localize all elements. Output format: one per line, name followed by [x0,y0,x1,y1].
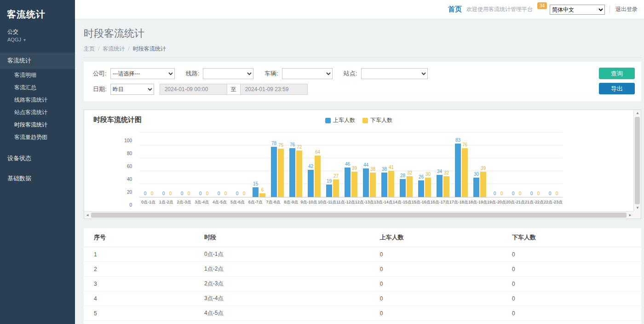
bar-value-label: 0 [494,191,496,196]
breadcrumb: 主页/客流统计/时段客流统计 [84,45,641,53]
table-cell: 0 [507,262,641,277]
x-tick-label: 0点-1点 [139,199,157,205]
table-row: 10点-1点00 [84,247,641,262]
chart-header: 时段车流统计图 上车人数下车人数 [93,116,624,126]
sidebar-section-passenger-flow-stats[interactable]: 客流统计 [0,52,75,69]
logout-link[interactable]: 退出登录 [610,6,638,13]
station-select[interactable] [361,68,428,79]
breadcrumb-item[interactable]: 客流统计 [103,46,125,52]
bar-group: 00 [489,133,507,197]
table-cell: 4点-5点 [200,306,375,321]
bar-alighting [351,172,357,197]
date-range-group: 至 [160,84,308,95]
bar-value-label: 0 [169,191,172,196]
vehicle-label: 车辆: [264,69,278,78]
bar-wrap-boarding: 83 [455,133,461,197]
table-cell: 2点-3点 [200,277,375,291]
bar-group: 4639 [342,133,360,197]
table-cell: 0 [375,291,507,306]
bar-wrap-alighting: 0 [535,133,541,197]
bar-wrap-boarding: 0 [216,133,222,197]
breadcrumb-separator: / [98,46,99,52]
export-button[interactable]: 导出 [599,83,635,94]
date-from-input[interactable] [160,84,227,95]
legend-item-boarding[interactable]: 上车人数 [325,116,355,124]
bar-wrap-boarding: 76 [289,133,295,197]
x-tick-label: 4点-5点 [211,199,229,205]
sidebar-item-station-flow-stats[interactable]: 站点客流统计 [0,106,75,119]
chevron-down-icon: ▾ [23,37,26,42]
legend-swatch-alighting [362,118,368,123]
route-label: 线路: [186,69,200,78]
scroll-up-icon[interactable]: ▲ [634,110,641,116]
notification-badge[interactable]: 34 [537,2,547,9]
route-field: 线路: [186,68,254,79]
sidebar-section-base-data[interactable]: 基础数据 [0,170,75,187]
bar-value-label: 46 [345,162,350,167]
sidebar-item-flow-summary[interactable]: 客流汇总 [0,81,75,94]
date-to-input[interactable] [240,84,308,95]
horizontal-scrollbar[interactable]: ◄ ► [84,211,633,219]
bar-alighting [259,193,265,197]
vertical-scrollbar[interactable]: ▲ ▼ [633,110,641,211]
org-label: 公交 [0,23,75,36]
bar-wrap-alighting: 39 [480,133,486,197]
bar-group: 8376 [452,133,471,197]
sidebar-item-period-flow-stats[interactable]: 时段客流统计 [0,119,75,131]
bar-wrap-boarding: 0 [492,133,498,197]
bar-value-label: 41 [389,165,394,170]
y-axis: 020406080100 [112,140,136,205]
station-field: 站点: [344,68,428,79]
bar-wrap-boarding: 0 [547,133,553,197]
legend-swatch-boarding [325,118,331,123]
bar-boarding [271,147,277,197]
bar-wrap-alighting: 0 [223,133,229,197]
scroll-left-icon[interactable]: ◄ [84,212,91,219]
legend-label: 上车人数 [333,116,355,124]
language-select[interactable]: 简体中文 [550,5,605,15]
main-area: 首页 欢迎使用客流统计管理平台 34 简体中文 退出登录 时段客流统计 主页/客… [75,0,644,324]
x-tick-label: 13点-14点 [374,199,393,205]
company-select[interactable]: ---请选择--- [110,68,175,79]
sidebar-item-flow-trend-chart[interactable]: 客流量趋势图 [0,131,75,144]
filter-row-selects: 公司: ---请选择--- 线路: 车辆: 站点: [93,68,632,79]
x-tick-label: 6点-7点 [247,199,264,205]
bar-value-label: 0 [500,191,503,196]
table-cell: 5 [84,306,200,321]
sidebar-item-flow-detail[interactable]: 客流明细 [0,69,75,81]
page-title: 时段客流统计 [84,27,641,40]
scroll-right-icon[interactable]: ► [627,212,633,219]
bar-group: 00 [213,133,231,197]
breadcrumb-item[interactable]: 主页 [84,46,95,52]
company-label: 公司: [93,69,107,78]
x-tick-label: 14点-15点 [393,199,412,205]
vehicle-select[interactable] [282,68,333,79]
bar-group: 7875 [268,133,287,197]
column-header: 序号 [84,228,200,247]
bar-alighting [443,176,449,197]
bar-group: 00 [526,133,544,197]
table-cell: 0 [507,321,641,324]
bar-wrap-alighting: 75 [278,133,284,197]
bar-group: 00 [507,133,526,197]
scroll-down-icon[interactable]: ▼ [634,205,641,211]
gridline [139,132,563,133]
legend-item-alighting[interactable]: 下车人数 [362,116,392,124]
legend-label: 下车人数 [370,116,392,124]
user-menu[interactable]: AQGJ ▾ [0,36,75,42]
x-axis-labels: 0点-1点1点-2点2点-3点3点-4点4点-5点5点-6点6点-7点7点-8点… [139,197,563,205]
bar-value-label: 0 [537,191,540,196]
home-link[interactable]: 首页 [448,5,462,14]
bar-wrap-alighting: 41 [388,133,394,197]
date-preset-select[interactable]: 昨日 [110,84,154,95]
horizontal-scroll-thumb[interactable] [91,213,627,218]
sidebar-item-route-flow-stats[interactable]: 线路客流统计 [0,94,75,106]
sidebar-section-device-status[interactable]: 设备状态 [0,150,75,167]
query-button[interactable]: 查询 [599,68,635,79]
route-select[interactable] [203,68,253,79]
vertical-scroll-thumb[interactable] [635,117,640,204]
table-cell: 0 [375,277,507,291]
bar-value-label: 19 [327,179,332,184]
bar-alighting [296,150,302,197]
app-title: 客流统计 [0,0,75,23]
